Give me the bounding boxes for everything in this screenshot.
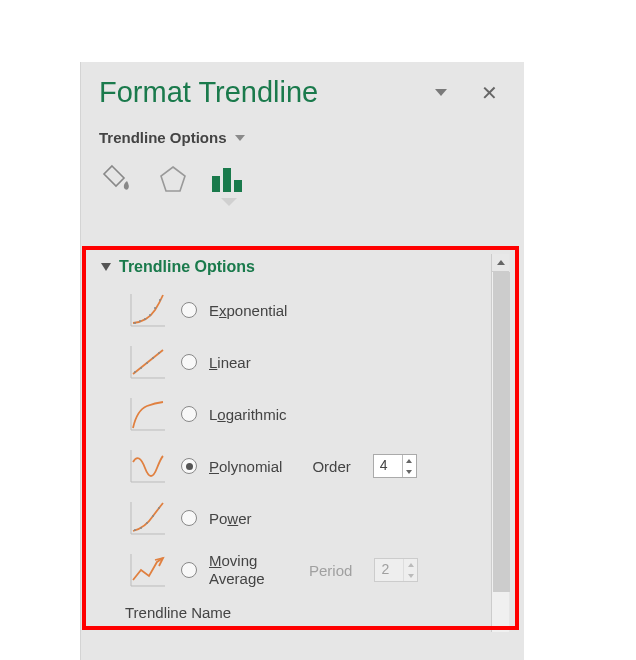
panel-header: Format Trendline ✕ (81, 62, 524, 115)
label-power: Power (209, 510, 252, 527)
section-title: Trendline Options (119, 258, 255, 276)
svg-point-27 (146, 522, 148, 524)
radio-polynomial[interactable] (181, 458, 197, 474)
trendline-name-label: Trendline Name (99, 596, 509, 621)
option-logarithmic[interactable]: Logarithmic (99, 388, 509, 440)
option-polynomial[interactable]: Polynomial Order 4 (99, 440, 509, 492)
scroll-up-icon[interactable] (492, 254, 509, 272)
active-tab-pointer-icon (221, 198, 237, 206)
order-up-icon[interactable] (403, 455, 416, 466)
label-polynomial: Polynomial (209, 458, 282, 475)
svg-point-8 (149, 314, 151, 316)
scrollbar[interactable] (491, 254, 509, 632)
period-spinner-buttons (403, 559, 417, 581)
content-area: Trendline Options Exponential Linear (99, 254, 509, 660)
chevron-down-icon (235, 135, 245, 141)
radio-power[interactable] (181, 510, 197, 526)
collapse-triangle-icon (101, 263, 111, 271)
radio-linear[interactable] (181, 354, 197, 370)
power-curve-icon (125, 498, 169, 538)
option-power[interactable]: Power (99, 492, 509, 544)
pentagon-icon (156, 163, 190, 197)
svg-point-14 (134, 371, 136, 373)
paint-bucket-icon (102, 163, 136, 197)
format-trendline-panel: Format Trendline ✕ Trendline Options (80, 62, 524, 660)
svg-point-6 (139, 320, 141, 322)
svg-point-28 (152, 515, 154, 517)
svg-point-10 (159, 299, 161, 301)
radio-exponential[interactable] (181, 302, 197, 318)
svg-point-5 (134, 322, 136, 324)
category-tabs (81, 156, 524, 220)
close-icon[interactable]: ✕ (481, 81, 498, 105)
bar-chart-icon (210, 164, 244, 196)
polynomial-curve-icon (125, 446, 169, 486)
svg-point-15 (140, 367, 142, 369)
option-moving-average[interactable]: Moving Average Period 2 (99, 544, 509, 596)
period-value: 2 (375, 559, 403, 581)
option-exponential[interactable]: Exponential (99, 284, 509, 336)
svg-point-26 (140, 527, 142, 529)
svg-point-17 (152, 357, 154, 359)
svg-point-9 (154, 307, 156, 309)
order-spinner[interactable]: 4 (373, 454, 417, 478)
effects-tab[interactable] (153, 160, 193, 200)
scroll-thumb[interactable] (493, 272, 510, 592)
order-down-icon[interactable] (403, 466, 416, 477)
svg-point-16 (146, 362, 148, 364)
label-exponential: Exponential (209, 302, 287, 319)
logarithmic-curve-icon (125, 394, 169, 434)
svg-point-29 (158, 507, 160, 509)
subheader-label: Trendline Options (99, 129, 227, 146)
exponential-curve-icon (125, 290, 169, 330)
period-up-icon (404, 559, 417, 570)
subheader[interactable]: Trendline Options (81, 115, 524, 156)
svg-rect-0 (212, 176, 220, 192)
svg-point-18 (158, 352, 160, 354)
section-header[interactable]: Trendline Options (99, 254, 509, 284)
period-down-icon (404, 570, 417, 581)
trendline-options-tab[interactable] (207, 160, 247, 200)
svg-point-7 (144, 318, 146, 320)
radio-logarithmic[interactable] (181, 406, 197, 422)
panel-title: Format Trendline (99, 76, 318, 109)
label-linear: Linear (209, 354, 251, 371)
order-spinner-buttons (402, 455, 416, 477)
label-logarithmic: Logarithmic (209, 406, 287, 423)
header-controls: ✕ (435, 81, 498, 105)
moving-average-curve-icon (125, 550, 169, 590)
period-spinner: 2 (374, 558, 418, 582)
order-label: Order (312, 458, 350, 475)
svg-rect-2 (234, 180, 242, 192)
order-value[interactable]: 4 (374, 455, 402, 477)
period-label: Period (309, 562, 352, 579)
fill-line-tab[interactable] (99, 160, 139, 200)
svg-point-25 (134, 529, 136, 531)
label-moving-average: Moving Average (209, 552, 279, 588)
panel-options-dropdown-icon[interactable] (435, 89, 447, 96)
radio-moving-average[interactable] (181, 562, 197, 578)
linear-curve-icon (125, 342, 169, 382)
svg-rect-1 (223, 168, 231, 192)
option-linear[interactable]: Linear (99, 336, 509, 388)
